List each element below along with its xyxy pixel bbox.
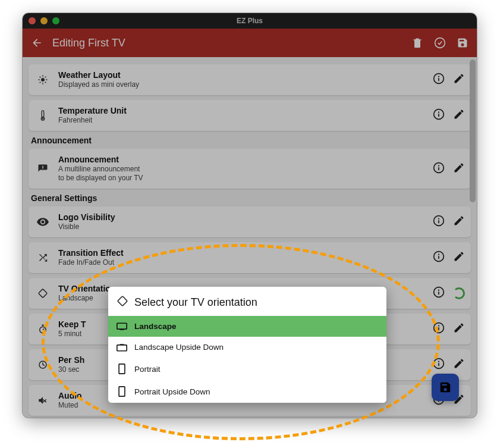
- setting-subtitle: Fade In/Fade Out: [58, 258, 426, 267]
- svg-point-16: [438, 165, 439, 166]
- setting-row-weather-layout[interactable]: Weather Layout Displayed as mini overlay: [29, 64, 471, 95]
- info-icon[interactable]: [433, 162, 445, 176]
- page-title: Editing First TV: [52, 37, 402, 49]
- dropdown-header: Select your TV orientation: [108, 287, 386, 316]
- info-icon[interactable]: [433, 250, 445, 265]
- landscape-flip-icon: [117, 343, 127, 352]
- info-icon[interactable]: [433, 73, 445, 87]
- svg-rect-10: [438, 78, 439, 81]
- save-icon[interactable]: [457, 37, 468, 49]
- scrollbar[interactable]: [470, 59, 476, 202]
- svg-point-20: [438, 254, 439, 255]
- section-label-general: General Settings: [31, 193, 471, 203]
- timer-icon: [34, 359, 51, 370]
- svg-point-18: [438, 218, 439, 220]
- svg-line-5: [40, 77, 41, 78]
- mute-icon: [34, 395, 51, 406]
- svg-rect-17: [438, 167, 439, 170]
- dropdown-option-label: Landscape: [134, 322, 177, 331]
- svg-rect-29: [438, 327, 439, 330]
- dropdown-option-label: Landscape Upside Down: [134, 343, 224, 352]
- dropdown-option-landscape[interactable]: Landscape: [108, 316, 386, 337]
- svg-point-33: [438, 361, 439, 362]
- setting-subtitle: Displayed as mini overlay: [58, 80, 426, 89]
- svg-rect-38: [117, 323, 127, 329]
- setting-row-transition[interactable]: Transition Effect Fade In/Fade Out: [29, 242, 471, 273]
- svg-point-0: [41, 78, 45, 82]
- window-title: EZ Plus: [23, 17, 477, 25]
- svg-point-23: [438, 290, 439, 291]
- setting-subtitle: A multiline announcement to be displayed…: [58, 165, 426, 183]
- rotate-icon: [117, 295, 128, 310]
- svg-rect-19: [438, 220, 439, 223]
- setting-row-announcement[interactable]: Announcement A multiline announcement to…: [29, 149, 471, 189]
- stopwatch-icon: [34, 324, 51, 334]
- dropdown-option-landscape-upside[interactable]: Landscape Upside Down: [108, 337, 386, 358]
- svg-point-13: [42, 118, 44, 120]
- svg-line-6: [45, 82, 46, 83]
- svg-rect-43: [119, 387, 125, 396]
- announcement-icon: [34, 164, 51, 174]
- dropdown-option-portrait-upside[interactable]: Portrait Upside Down: [108, 380, 386, 403]
- dropdown-option-label: Portrait Upside Down: [134, 387, 210, 396]
- edit-icon[interactable]: [453, 73, 465, 87]
- orientation-dropdown: Select your TV orientation Landscape Lan…: [108, 287, 386, 403]
- edit-icon[interactable]: [453, 250, 465, 265]
- svg-point-14: [438, 112, 439, 113]
- eye-icon: [34, 218, 51, 226]
- portrait-flip-icon: [117, 386, 127, 397]
- edit-icon[interactable]: [453, 108, 465, 123]
- edit-icon[interactable]: [453, 162, 465, 176]
- thermometer-icon: [34, 110, 51, 121]
- svg-rect-34: [438, 363, 439, 366]
- dropdown-title: Select your TV orientation: [134, 296, 257, 309]
- svg-rect-41: [120, 344, 124, 345]
- svg-line-27: [43, 328, 44, 330]
- setting-subtitle: Fahrenheit: [58, 116, 426, 125]
- info-icon[interactable]: [433, 286, 445, 300]
- back-arrow-icon[interactable]: [31, 37, 43, 49]
- shuffle-icon: [34, 252, 51, 263]
- dropdown-option-portrait[interactable]: Portrait: [108, 358, 386, 380]
- section-label-announcement: Announcement: [31, 136, 471, 145]
- svg-line-8: [45, 77, 46, 78]
- fab-save-button[interactable]: [432, 374, 459, 401]
- svg-rect-22: [39, 289, 48, 298]
- svg-rect-40: [117, 344, 127, 350]
- svg-line-32: [43, 365, 45, 366]
- check-circle-icon[interactable]: [434, 37, 446, 49]
- svg-rect-37: [118, 296, 127, 306]
- loading-spinner-icon: [453, 287, 465, 299]
- setting-row-logo[interactable]: Logo Visibility Visible: [29, 206, 471, 237]
- svg-rect-26: [42, 325, 44, 326]
- svg-rect-24: [438, 292, 439, 295]
- svg-point-28: [438, 325, 439, 327]
- edit-icon[interactable]: [453, 322, 465, 336]
- info-icon[interactable]: [433, 358, 445, 372]
- info-icon[interactable]: [433, 108, 445, 123]
- dropdown-option-label: Portrait: [134, 365, 161, 374]
- svg-rect-21: [438, 256, 439, 259]
- svg-rect-15: [438, 114, 439, 117]
- info-icon[interactable]: [433, 215, 445, 229]
- sun-icon: [34, 74, 51, 85]
- svg-rect-11: [42, 111, 44, 117]
- setting-subtitle: Visible: [58, 223, 426, 231]
- titlebar: EZ Plus: [23, 13, 477, 29]
- edit-icon[interactable]: [453, 358, 465, 372]
- delete-icon[interactable]: [411, 37, 423, 49]
- setting-title: Weather Layout: [58, 70, 426, 80]
- portrait-icon: [117, 364, 127, 374]
- svg-rect-42: [119, 364, 125, 374]
- rotate-icon: [34, 288, 51, 299]
- svg-rect-39: [120, 329, 124, 330]
- edit-icon[interactable]: [453, 215, 465, 229]
- setting-row-temperature[interactable]: Temperature Unit Fahrenheit: [29, 100, 471, 131]
- info-icon[interactable]: [433, 322, 445, 336]
- app-header: Editing First TV: [23, 29, 477, 57]
- landscape-icon: [117, 322, 127, 331]
- setting-title: Announcement: [58, 155, 426, 164]
- svg-line-7: [40, 82, 41, 83]
- setting-title: Temperature Unit: [58, 106, 426, 115]
- setting-title: Logo Visibility: [58, 212, 426, 222]
